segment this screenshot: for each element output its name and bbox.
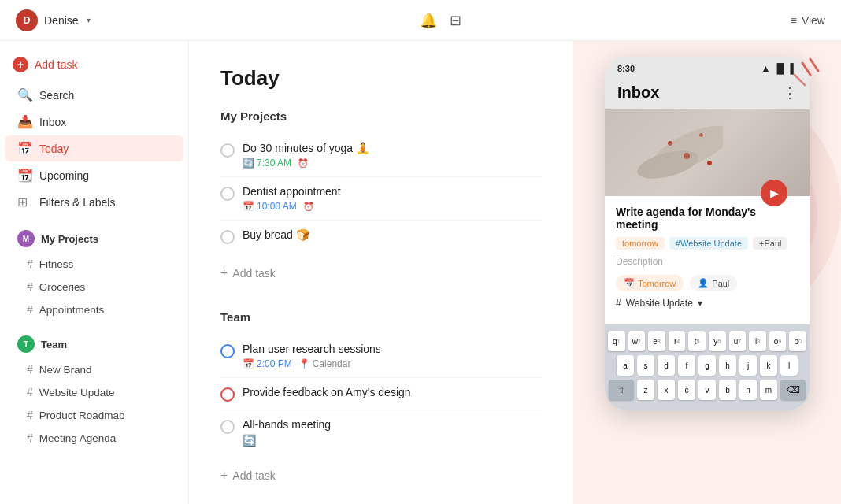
my-projects-header[interactable]: M My Projects	[5, 225, 183, 252]
send-button[interactable]: ▶	[761, 180, 787, 206]
chevron-down-icon: ▾	[698, 298, 702, 309]
key-k[interactable]: k	[760, 355, 777, 376]
sidebar-item-meeting-agenda[interactable]: # Meeting Agenda	[5, 427, 183, 449]
sidebar-item-new-brand[interactable]: # New Brand	[5, 358, 183, 380]
calendar-icon: 📅	[243, 358, 254, 369]
key-r[interactable]: r4	[669, 331, 686, 351]
add-task-label: Add task	[232, 469, 275, 482]
view-label: View	[802, 14, 825, 27]
task-checkbox[interactable]	[220, 187, 235, 201]
inbox-icon: 📥	[17, 114, 31, 129]
team-header[interactable]: T Team	[5, 331, 183, 358]
hash-icon: #	[27, 303, 33, 316]
key-y[interactable]: y6	[709, 331, 726, 351]
person-button[interactable]: 👤 Paul	[690, 275, 737, 291]
phone-keyboard: q1 w2 e3 r4 t5 y6 u7 i8 o9 p0 a s d f g	[605, 324, 810, 410]
task-checkbox[interactable]	[220, 387, 235, 402]
sidebar-item-fitness[interactable]: # Fitness	[5, 253, 183, 275]
topbar: D Denise ▾ 🔔 ⊟ ≡ View	[0, 0, 841, 41]
task-meta: 🔄	[243, 434, 542, 447]
alarm-icon: ⏰	[298, 158, 309, 169]
hash-icon: #	[27, 386, 33, 398]
phone-tag-website-update[interactable]: #Website Update	[669, 237, 748, 250]
key-a[interactable]: a	[617, 355, 634, 376]
bell-icon[interactable]: 🔔	[420, 12, 437, 29]
topbar-left: D Denise ▾	[16, 9, 91, 32]
phone-tag-tomorrow[interactable]: tomorrow	[616, 237, 665, 250]
my-projects-section-title: My Projects	[220, 109, 542, 123]
key-b[interactable]: b	[719, 380, 736, 400]
task-name: Provide feedback on Amy's design	[243, 386, 542, 398]
sidebar-item-filters[interactable]: ⊞ Filters & Labels	[5, 189, 183, 215]
my-projects-avatar: M	[17, 230, 35, 247]
plus-icon: +	[220, 469, 228, 483]
task-checkbox[interactable]	[220, 344, 235, 358]
search-icon: 🔍	[17, 87, 31, 102]
key-e[interactable]: e3	[648, 331, 665, 351]
phone-tag-paul[interactable]: +Paul	[753, 237, 787, 250]
task-content: Dentist appointment 📅 10:00 AM ⏰	[243, 185, 542, 212]
phone-description[interactable]: Description	[616, 256, 798, 267]
key-o[interactable]: o9	[769, 331, 787, 351]
calendar-icon: 📅	[624, 278, 635, 288]
team-section-title: Team	[220, 310, 542, 324]
user-name[interactable]: Denise	[44, 14, 79, 27]
task-meta: 📅 2:00 PM 📍 Calendar	[243, 358, 542, 369]
key-f[interactable]: f	[678, 355, 695, 376]
phone-inbox-title: Inbox	[617, 83, 659, 102]
task-checkbox[interactable]	[220, 143, 235, 158]
main-layout: + Add task 🔍 Search 📥 Inbox 📅 Today 📆 Up…	[0, 41, 841, 504]
layout-icon[interactable]: ⊟	[450, 12, 461, 29]
table-row: Do 30 minutes of yoga 🧘 🔄 7:30 AM ⏰	[220, 134, 542, 177]
task-checkbox[interactable]	[220, 420, 235, 434]
meeting-agenda-label: Meeting Agenda	[39, 432, 117, 444]
task-time: 🔄 7:30 AM	[243, 158, 291, 169]
sidebar-item-upcoming[interactable]: 📆 Upcoming	[5, 162, 183, 188]
task-meta: 📅 10:00 AM ⏰	[243, 201, 542, 212]
sidebar-item-inbox[interactable]: 📥 Inbox	[5, 109, 183, 135]
shift-key[interactable]: ⇧	[609, 380, 634, 400]
new-brand-label: New Brand	[39, 364, 92, 376]
key-h[interactable]: h	[719, 355, 736, 376]
sidebar-item-website-update[interactable]: # Website Update	[5, 381, 183, 403]
phone-tags: tomorrow #Website Update +Paul	[616, 237, 798, 250]
phone-panel: 8:30 ▲ ▐▌ ▌ Inbox ⋮	[573, 41, 841, 504]
table-row: Dentist appointment 📅 10:00 AM ⏰	[220, 177, 542, 220]
key-d[interactable]: d	[658, 355, 675, 376]
key-s[interactable]: s	[637, 355, 654, 376]
add-task-button[interactable]: + Add task	[0, 50, 188, 79]
sidebar-item-appointments[interactable]: # Appointments	[5, 298, 183, 321]
sidebar-item-groceries[interactable]: # Groceries	[5, 276, 183, 298]
key-n[interactable]: n	[739, 380, 757, 400]
task-name: All-hands meeting	[243, 418, 542, 431]
keyboard-row-3: ⇧ z x c v b n m ⌫	[608, 380, 806, 400]
add-task-button-my-projects[interactable]: + Add task	[220, 258, 542, 288]
key-i[interactable]: i8	[749, 331, 766, 351]
key-q[interactable]: q1	[608, 331, 625, 351]
tomorrow-button[interactable]: 📅 Tomorrow	[616, 275, 684, 291]
add-task-button-team[interactable]: + Add task	[220, 461, 542, 491]
hash-icon: #	[27, 363, 33, 376]
key-m[interactable]: m	[760, 380, 777, 400]
sidebar-item-today[interactable]: 📅 Today	[5, 135, 183, 161]
task-content: Provide feedback on Amy's design	[243, 386, 542, 402]
key-j[interactable]: j	[739, 355, 757, 376]
key-w[interactable]: w2	[628, 331, 646, 351]
sidebar-item-search[interactable]: 🔍 Search	[5, 82, 183, 108]
key-l[interactable]: l	[780, 355, 798, 376]
phone-time: 8:30	[617, 64, 635, 73]
key-c[interactable]: c	[678, 380, 695, 400]
task-checkbox[interactable]	[220, 230, 235, 244]
key-x[interactable]: x	[658, 380, 675, 400]
repeat-icon: 🔄	[243, 158, 254, 169]
delete-key[interactable]: ⌫	[780, 380, 806, 400]
sidebar-item-product-roadmap[interactable]: # Product Roadmap	[5, 404, 183, 426]
view-button[interactable]: ≡ View	[791, 14, 825, 27]
add-icon: +	[13, 57, 28, 72]
key-u[interactable]: u7	[729, 331, 747, 351]
key-p[interactable]: p0	[789, 331, 806, 351]
key-g[interactable]: g	[698, 355, 716, 376]
key-v[interactable]: v	[698, 380, 716, 400]
key-t[interactable]: t5	[688, 331, 706, 351]
key-z[interactable]: z	[637, 380, 654, 400]
